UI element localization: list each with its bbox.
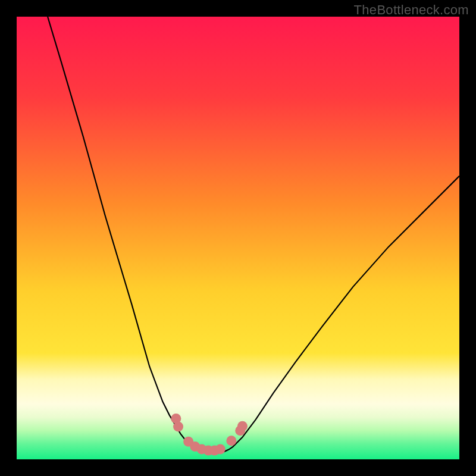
curve-markers [171,414,248,456]
chart-frame [17,17,459,459]
curve-marker [226,436,236,446]
curve-marker [215,444,226,454]
watermark-text: TheBottleneck.com [354,2,469,18]
curve-marker [173,421,183,431]
curve-marker [237,421,248,431]
bottleneck-curve [48,17,459,453]
chart-overlay [17,17,459,459]
